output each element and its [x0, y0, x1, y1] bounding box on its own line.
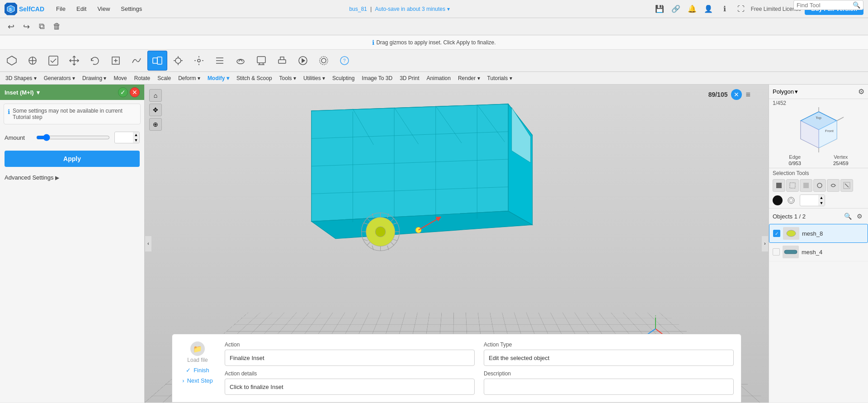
- menu-settings[interactable]: Settings: [117, 4, 146, 14]
- progress-close-button[interactable]: ✕: [731, 89, 742, 100]
- menu-label-scale[interactable]: Scale: [154, 74, 175, 83]
- menu-file[interactable]: File: [52, 4, 69, 14]
- sel-tool-deselect[interactable]: [840, 179, 853, 192]
- sel-tool-box[interactable]: [800, 179, 812, 192]
- sel-tool-solid[interactable]: [773, 179, 785, 192]
- share-icon[interactable]: 🔗: [670, 3, 682, 15]
- logo[interactable]: S SelfCAD: [5, 3, 44, 15]
- menu-label-deform[interactable]: Deform ▾: [175, 74, 204, 83]
- tool-tutorials[interactable]: ?: [335, 51, 354, 71]
- nav-home-button[interactable]: ⌂: [149, 89, 162, 102]
- amount-decrement[interactable]: ▼: [133, 137, 139, 143]
- object-item-mesh4[interactable]: mesh_4: [769, 243, 868, 261]
- tool-ok-button[interactable]: ✓: [118, 87, 128, 97]
- find-icon[interactable]: 🔍: [853, 1, 860, 9]
- advanced-label: Advanced Settings: [5, 174, 53, 181]
- menu-edit[interactable]: Edit: [73, 4, 90, 14]
- menu-label-3d-shapes[interactable]: 3D Shapes ▾: [2, 74, 40, 83]
- action-label: Action: [225, 341, 475, 348]
- amount-increment[interactable]: ▲: [133, 132, 139, 137]
- tool-drawing[interactable]: [43, 51, 63, 71]
- tool-rotate[interactable]: [85, 51, 105, 71]
- settings-gear-icon[interactable]: ⚙: [858, 87, 864, 96]
- tool-stitch[interactable]: [168, 51, 188, 71]
- next-step-button[interactable]: › Next Step: [182, 377, 212, 384]
- amount-slider[interactable]: [36, 134, 110, 141]
- tool-generators[interactable]: [23, 51, 42, 71]
- menu-label-sculpting[interactable]: Sculpting: [329, 74, 358, 83]
- menu-label-modify[interactable]: Modify ▾: [204, 74, 233, 83]
- advanced-arrow-icon: ▶: [55, 175, 59, 181]
- objects-settings-icon[interactable]: ⚙: [854, 211, 864, 221]
- menu-label-rotate[interactable]: Rotate: [131, 74, 154, 83]
- opacity-input[interactable]: 100: [800, 196, 818, 204]
- svg-rect-10: [257, 57, 265, 63]
- tool-tools[interactable]: [189, 51, 209, 71]
- polygon-selector[interactable]: Polygon ▾: [773, 88, 798, 95]
- expand-right-panel[interactable]: ›: [761, 236, 769, 252]
- bell-icon[interactable]: 🔔: [686, 3, 698, 15]
- object-checkbox-mesh4[interactable]: [773, 248, 780, 256]
- tool-utilities[interactable]: [210, 51, 230, 71]
- info-icon[interactable]: ℹ: [718, 3, 731, 15]
- amount-input[interactable]: 10: [115, 133, 133, 142]
- nav-cube-3d[interactable]: Top Front: [792, 107, 846, 152]
- menu-label-3dprint[interactable]: 3D Print: [396, 74, 423, 83]
- tool-deform[interactable]: [127, 51, 146, 71]
- tool-scale[interactable]: [106, 51, 126, 71]
- svg-point-35: [375, 227, 386, 237]
- tool-dropdown-arrow[interactable]: ▾: [37, 89, 40, 96]
- tool-image-to-3d[interactable]: [251, 51, 271, 71]
- user-icon[interactable]: 👤: [702, 3, 715, 15]
- tool-close-button[interactable]: ✕: [130, 87, 140, 97]
- progress-collapse-icon[interactable]: ≡: [745, 90, 750, 100]
- find-tool-bar: 🔍: [793, 0, 863, 10]
- menu-label-tutorials[interactable]: Tutorials ▾: [484, 74, 516, 83]
- tool-modify[interactable]: [147, 51, 167, 71]
- object-name-mesh4: mesh_4: [802, 249, 822, 256]
- menu-label-stitch[interactable]: Stitch & Scoop: [233, 74, 276, 83]
- menu-label-generators[interactable]: Generators ▾: [40, 74, 79, 83]
- sel-tool-lasso[interactable]: [827, 179, 840, 192]
- color-swatch[interactable]: [773, 195, 783, 205]
- objects-search-icon[interactable]: 🔍: [843, 211, 853, 221]
- nav-zoom-button[interactable]: ⊕: [149, 118, 162, 131]
- viewport[interactable]: ⌂ ✥ ⊕ X Y Z 89/105 ✕ ≡: [145, 85, 769, 403]
- menu-label-utilities[interactable]: Utilities ▾: [300, 74, 329, 83]
- opacity-decrement[interactable]: ▼: [818, 200, 825, 206]
- redo-button[interactable]: ↪: [20, 20, 33, 33]
- menu-label-image[interactable]: Image To 3D: [358, 74, 396, 83]
- tool-move[interactable]: [64, 51, 84, 71]
- tool-sculpting[interactable]: [231, 51, 250, 71]
- load-file-button[interactable]: 📁 Load file: [187, 341, 208, 363]
- sel-tool-paint[interactable]: [813, 179, 826, 192]
- expand-left-panel[interactable]: ‹: [145, 236, 152, 252]
- sel-tool-dotted[interactable]: [786, 179, 799, 192]
- menu-label-drawing[interactable]: Drawing ▾: [79, 74, 110, 83]
- find-tool-input[interactable]: [797, 2, 851, 9]
- tool-render[interactable]: [314, 51, 334, 71]
- tool-3d-shapes[interactable]: [2, 51, 22, 71]
- object-item-mesh8[interactable]: ✓ mesh_8: [769, 224, 868, 243]
- copy-button[interactable]: ⧉: [35, 20, 48, 33]
- mesh-display-icon[interactable]: [786, 195, 796, 205]
- fullscreen-icon[interactable]: ⛶: [735, 3, 747, 15]
- tool-3d-print[interactable]: [272, 51, 292, 71]
- nav-pan-button[interactable]: ✥: [149, 104, 162, 116]
- delete-button[interactable]: 🗑: [51, 20, 63, 33]
- undo-button[interactable]: ↩: [5, 20, 17, 33]
- tool-animation[interactable]: [293, 51, 313, 71]
- finish-button[interactable]: ✓ Finish: [186, 367, 209, 374]
- opacity-increment[interactable]: ▲: [818, 195, 825, 200]
- menu-view[interactable]: View: [94, 4, 113, 14]
- object-checkbox-mesh8[interactable]: ✓: [773, 230, 780, 237]
- apply-button[interactable]: Apply: [5, 151, 140, 167]
- save-icon[interactable]: 💾: [653, 3, 666, 15]
- menu-label-move[interactable]: Move: [110, 74, 130, 83]
- menu-label-render[interactable]: Render ▾: [454, 74, 484, 83]
- advanced-settings-row[interactable]: Advanced Settings ▶: [0, 171, 144, 185]
- menu-label-tools[interactable]: Tools ▾: [276, 74, 300, 83]
- svg-point-8: [198, 59, 200, 62]
- menu-label-animation[interactable]: Animation: [423, 74, 454, 83]
- amount-input-wrap: 10 ▲ ▼: [114, 132, 140, 143]
